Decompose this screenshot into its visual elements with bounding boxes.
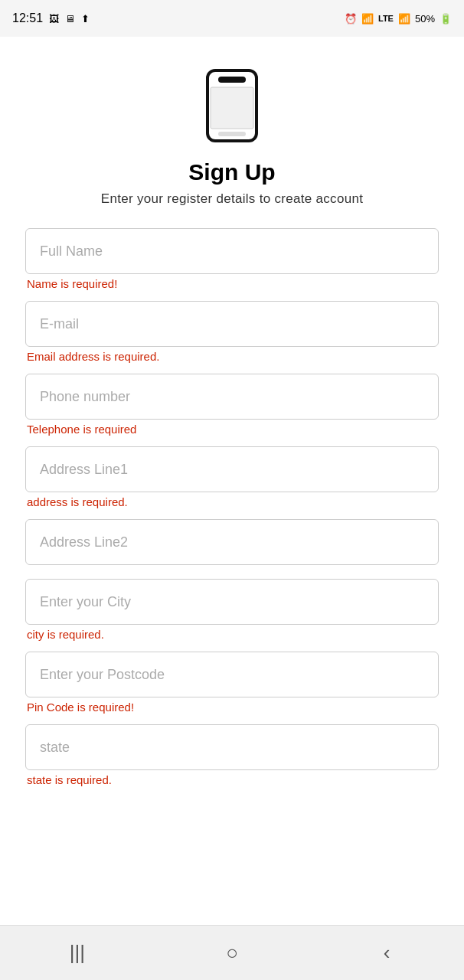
email-input[interactable] bbox=[25, 301, 439, 347]
svg-rect-3 bbox=[218, 132, 246, 136]
postcode-input[interactable] bbox=[25, 652, 439, 697]
full-name-input[interactable] bbox=[25, 228, 439, 274]
phone-input[interactable] bbox=[25, 374, 439, 420]
svg-rect-1 bbox=[218, 77, 246, 83]
back-icon: ‹ bbox=[384, 941, 390, 965]
form-group-state: state is required. bbox=[25, 724, 439, 786]
form-group-full-name: Name is required! bbox=[25, 228, 439, 290]
address2-input[interactable] bbox=[25, 519, 439, 565]
postcode-error: Pin Code is required! bbox=[25, 701, 439, 714]
page-title: Sign Up bbox=[188, 159, 275, 185]
home-button[interactable]: ○ bbox=[155, 926, 309, 980]
form-group-address2 bbox=[25, 519, 439, 568]
recent-apps-button[interactable]: ||| bbox=[0, 926, 155, 980]
gallery-icon: 🖼 bbox=[49, 13, 59, 24]
city-input[interactable] bbox=[25, 579, 439, 625]
back-button[interactable]: ‹ bbox=[309, 926, 464, 980]
bottom-navigation: ||| ○ ‹ bbox=[0, 925, 464, 980]
form-group-address1: address is required. bbox=[25, 446, 439, 508]
time-display: 12:51 bbox=[12, 11, 43, 25]
wifi-icon: 📶 bbox=[361, 13, 374, 24]
state-error: state is required. bbox=[25, 773, 439, 786]
form-group-phone: Telephone is required bbox=[25, 374, 439, 436]
app-icon: ⬆ bbox=[81, 13, 90, 24]
form-group-city: city is required. bbox=[25, 579, 439, 641]
page-subtitle: Enter your register details to create ac… bbox=[101, 191, 363, 207]
phone-error: Telephone is required bbox=[25, 423, 439, 436]
alarm-icon: ⏰ bbox=[345, 13, 357, 24]
home-icon: ○ bbox=[226, 941, 238, 965]
form-group-email: Email address is required. bbox=[25, 301, 439, 363]
signal-icon: 📶 bbox=[398, 13, 410, 24]
lte-icon: LTE bbox=[378, 14, 394, 23]
city-error: city is required. bbox=[25, 628, 439, 641]
form-group-postcode: Pin Code is required! bbox=[25, 652, 439, 714]
email-error: Email address is required. bbox=[25, 350, 439, 363]
phone-icon-wrapper bbox=[201, 67, 263, 147]
full-name-error: Name is required! bbox=[25, 277, 439, 290]
svg-rect-2 bbox=[211, 87, 253, 129]
battery-icon: 🔋 bbox=[439, 13, 452, 24]
signup-form: Name is required!Email address is requir… bbox=[25, 228, 439, 797]
screen-icon: 🖥 bbox=[65, 13, 75, 24]
status-bar: 12:51 🖼 🖥 ⬆ ⏰ 📶 LTE 📶 50% 🔋 bbox=[0, 0, 464, 37]
status-right-icons: ⏰ 📶 LTE 📶 50% 🔋 bbox=[345, 13, 452, 24]
status-time: 12:51 🖼 🖥 ⬆ bbox=[12, 11, 90, 25]
phone-icon bbox=[201, 67, 263, 144]
address1-error: address is required. bbox=[25, 495, 439, 508]
state-input[interactable] bbox=[25, 724, 439, 770]
main-content: Sign Up Enter your register details to c… bbox=[0, 37, 464, 925]
address1-input[interactable] bbox=[25, 446, 439, 492]
recent-apps-icon: ||| bbox=[70, 941, 85, 965]
battery-text: 50% bbox=[415, 13, 435, 24]
